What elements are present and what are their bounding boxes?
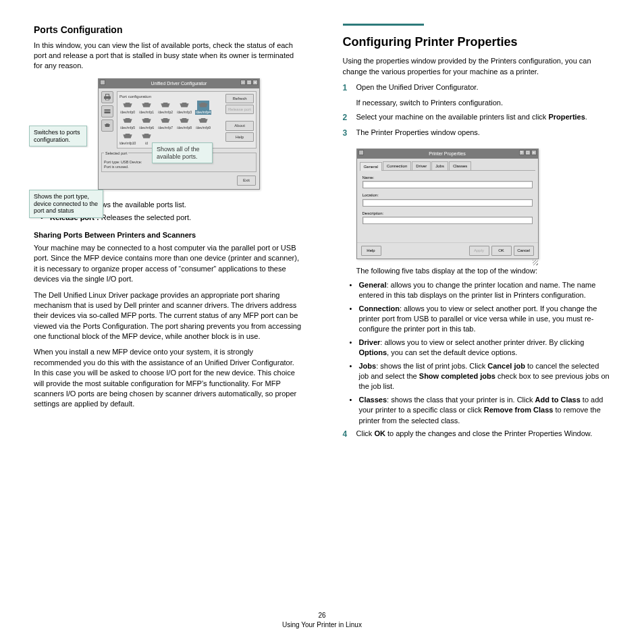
pp-help-icon: ? <box>519 150 525 155</box>
window-title: Unified Driver Configurator <box>151 81 207 86</box>
port-item: /dev/mfp6 <box>138 116 155 130</box>
port-config-label: Port configuration <box>119 94 223 99</box>
step-1-text: Open the Unified Driver Configurator. <box>356 83 479 91</box>
page-number: 26 <box>34 611 610 620</box>
help-button: Help <box>225 132 254 142</box>
pp-system-icon <box>358 150 364 155</box>
pp-cancel-button: Cancel <box>514 246 534 255</box>
tab-desc-item: •Jobs: shows the list of print jobs. Cli… <box>350 361 611 392</box>
pp-tab-driver: Driver <box>412 161 431 170</box>
pp-max-icon: □ <box>525 150 531 155</box>
pp-ok-button: OK <box>491 246 512 255</box>
callout-all-ports: Shows all of the available ports. <box>152 142 213 164</box>
close-icon: × <box>252 80 258 85</box>
step-1-sub: If necessary, switch to Printers configu… <box>356 98 611 108</box>
accent-bar <box>343 24 424 26</box>
callout-port-info: Shows the port type, device connected to… <box>29 190 103 218</box>
ports-icon <box>101 119 113 132</box>
left-column: Ports Configuration In this window, you … <box>34 24 302 597</box>
step-4-num: 4 <box>343 429 351 440</box>
step-3-num: 3 <box>343 128 351 139</box>
tab-desc-item: •Classes: shows the class that your prin… <box>350 395 611 426</box>
configuring-intro: Using the properties window provided by … <box>343 56 611 77</box>
port-item: /dev/mfp0 <box>119 101 136 115</box>
printer-properties-screenshot: Printer Properties ? □ × GeneralConnecti… <box>343 143 539 266</box>
name-input <box>363 181 533 188</box>
release-port-button: Release port <box>225 105 254 114</box>
pp-tab-connection: Connection <box>383 161 411 170</box>
location-input <box>363 199 533 207</box>
configuring-heading: Configuring Printer Properties <box>343 34 611 51</box>
port-item: /dev/mfp4 <box>195 101 211 115</box>
sharing-ports-heading: Sharing Ports Between Printers and Scann… <box>34 230 302 240</box>
pp-help-button: Help <box>361 246 381 255</box>
tabs-intro: The following five tabs display at the t… <box>356 266 611 276</box>
maximize-icon: □ <box>246 80 252 85</box>
pp-tab-jobs: Jobs <box>431 161 448 170</box>
tab-desc-item: •Driver: allows you to view or select an… <box>350 338 611 358</box>
scanners-icon <box>101 105 113 117</box>
pp-tab-general: General <box>360 162 382 171</box>
sidebar <box>101 91 115 149</box>
step-1-num: 1 <box>343 82 351 94</box>
location-label: Location: <box>363 192 533 198</box>
tab-desc-item: •General: allows you to change the print… <box>350 280 611 301</box>
port-item: /dev/mfp1 <box>138 101 155 115</box>
port-item: /dev/mfp2 <box>157 101 173 115</box>
sharing-p3: When you install a new MFP device onto y… <box>34 347 302 409</box>
ports-panel: Port configuration /dev/mfp0/dev/mfp1/de… <box>119 94 223 146</box>
section-title: Using Your Printer in Linux <box>34 620 610 630</box>
port-item: /dev/mfp10 <box>119 132 136 146</box>
callout-switches: Switches to ports configuration. <box>29 126 87 147</box>
right-column: Configuring Printer Properties Using the… <box>343 24 611 597</box>
page-footer: 26 Using Your Printer in Linux <box>34 611 610 630</box>
minimize-icon: - <box>240 80 246 85</box>
system-menu-icon <box>100 80 105 85</box>
step-3-text: The Printer Properties window opens. <box>356 128 611 139</box>
description-label: Description: <box>363 211 533 216</box>
name-label: Name: <box>363 175 533 180</box>
ports-config-intro: In this window, you can view the list of… <box>34 41 302 72</box>
ports-config-screenshot: Switches to ports configuration. Shows t… <box>98 78 302 190</box>
pp-apply-button: Apply <box>469 246 489 255</box>
sharing-p1: Your machine may be connected to a host … <box>34 243 302 285</box>
step-2-num: 2 <box>343 112 351 124</box>
port-item: /dev/mfp9 <box>195 116 211 130</box>
printers-icon <box>101 91 113 103</box>
port-item: /dev/mfp3 <box>176 101 192 115</box>
port-item: /dev/mfp5 <box>119 116 136 130</box>
description-input <box>363 217 533 224</box>
port-item: /dev/mfp7 <box>157 116 173 130</box>
about-button: About <box>225 121 254 130</box>
window-titlebar: Unified Driver Configurator - □ × <box>99 79 259 88</box>
pp-tab-classes: Classes <box>449 161 471 170</box>
ports-config-heading: Ports Configuration <box>34 24 302 37</box>
pp-close-icon: × <box>531 150 537 155</box>
port-item: /dev/mfp8 <box>176 116 192 130</box>
refresh-button: Refresh <box>225 94 254 103</box>
resize-grip-icon <box>533 260 538 265</box>
pp-titlebar: Printer Properties ? □ × <box>357 149 538 159</box>
exit-button: Exit <box>237 176 256 185</box>
sharing-p2: The Dell Unified Linux Driver package pr… <box>34 290 302 342</box>
tab-desc-item: •Connection: allows you to view or selec… <box>350 304 611 335</box>
